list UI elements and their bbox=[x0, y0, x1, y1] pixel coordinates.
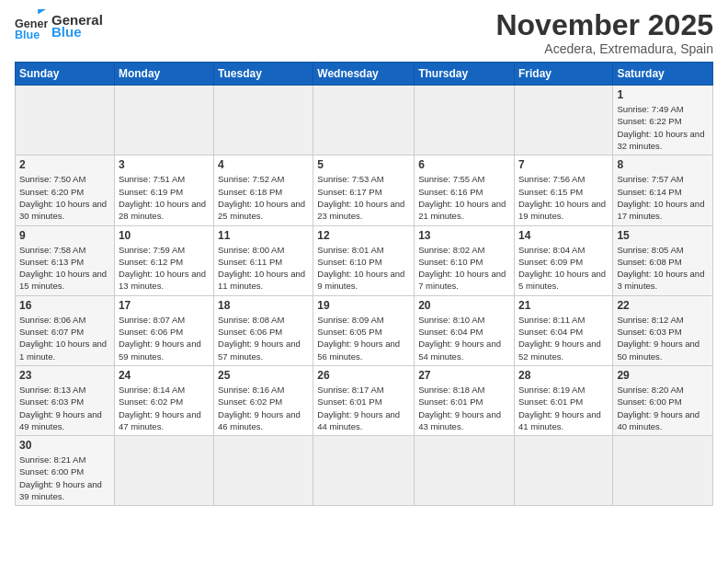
day-info: Sunrise: 8:16 AM Sunset: 6:02 PM Dayligh… bbox=[218, 384, 309, 432]
day-number: 15 bbox=[617, 229, 709, 242]
day-info: Sunrise: 7:53 AM Sunset: 6:17 PM Dayligh… bbox=[317, 173, 410, 222]
col-sunday: Sunday bbox=[16, 63, 115, 86]
day-info: Sunrise: 8:14 AM Sunset: 6:02 PM Dayligh… bbox=[119, 384, 210, 432]
table-row: 20Sunrise: 8:10 AM Sunset: 6:04 PM Dayli… bbox=[415, 295, 515, 365]
calendar-table: Sunday Monday Tuesday Wednesday Thursday… bbox=[15, 62, 713, 506]
calendar-week-row: 16Sunrise: 8:06 AM Sunset: 6:07 PM Dayli… bbox=[16, 295, 713, 365]
day-info: Sunrise: 8:07 AM Sunset: 6:06 PM Dayligh… bbox=[119, 314, 210, 362]
day-number: 1 bbox=[617, 88, 709, 101]
day-info: Sunrise: 8:00 AM Sunset: 6:11 PM Dayligh… bbox=[218, 244, 309, 293]
calendar-week-row: 23Sunrise: 8:13 AM Sunset: 6:03 PM Dayli… bbox=[16, 365, 713, 435]
day-number: 6 bbox=[418, 158, 510, 171]
table-row: 21Sunrise: 8:11 AM Sunset: 6:04 PM Dayli… bbox=[514, 295, 612, 365]
table-row: 4Sunrise: 7:52 AM Sunset: 6:18 PM Daylig… bbox=[214, 155, 313, 225]
logo-icon: General Blue bbox=[15, 9, 48, 42]
table-row: 17Sunrise: 8:07 AM Sunset: 6:06 PM Dayli… bbox=[114, 295, 213, 365]
table-row: 9Sunrise: 7:58 AM Sunset: 6:13 PM Daylig… bbox=[16, 225, 115, 295]
day-number: 4 bbox=[218, 158, 309, 171]
table-row: 25Sunrise: 8:16 AM Sunset: 6:02 PM Dayli… bbox=[214, 365, 313, 435]
day-info: Sunrise: 7:52 AM Sunset: 6:18 PM Dayligh… bbox=[218, 173, 309, 222]
logo: General Blue General Blue bbox=[15, 9, 103, 42]
table-row bbox=[214, 436, 313, 506]
day-number: 2 bbox=[19, 158, 110, 171]
table-row: 5Sunrise: 7:53 AM Sunset: 6:17 PM Daylig… bbox=[313, 155, 415, 225]
day-info: Sunrise: 8:20 AM Sunset: 6:00 PM Dayligh… bbox=[617, 384, 709, 432]
day-number: 10 bbox=[119, 229, 210, 242]
month-title: November 2025 bbox=[495, 9, 713, 41]
day-info: Sunrise: 8:12 AM Sunset: 6:03 PM Dayligh… bbox=[617, 314, 709, 362]
table-row bbox=[313, 436, 415, 506]
day-number: 9 bbox=[19, 229, 110, 242]
table-row: 10Sunrise: 7:59 AM Sunset: 6:12 PM Dayli… bbox=[114, 225, 213, 295]
table-row: 22Sunrise: 8:12 AM Sunset: 6:03 PM Dayli… bbox=[613, 295, 713, 365]
day-number: 29 bbox=[617, 369, 709, 382]
day-number: 16 bbox=[19, 299, 110, 312]
day-number: 3 bbox=[119, 158, 210, 171]
day-number: 30 bbox=[19, 439, 110, 452]
table-row bbox=[114, 436, 213, 506]
table-row: 2Sunrise: 7:50 AM Sunset: 6:20 PM Daylig… bbox=[16, 155, 115, 225]
table-row: 11Sunrise: 8:00 AM Sunset: 6:11 PM Dayli… bbox=[214, 225, 313, 295]
col-wednesday: Wednesday bbox=[313, 63, 415, 86]
calendar-week-row: 30Sunrise: 8:21 AM Sunset: 6:00 PM Dayli… bbox=[16, 436, 713, 506]
table-row: 26Sunrise: 8:17 AM Sunset: 6:01 PM Dayli… bbox=[313, 365, 415, 435]
day-number: 22 bbox=[617, 299, 709, 312]
day-number: 13 bbox=[418, 229, 510, 242]
day-info: Sunrise: 8:11 AM Sunset: 6:04 PM Dayligh… bbox=[518, 314, 609, 362]
day-info: Sunrise: 7:55 AM Sunset: 6:16 PM Dayligh… bbox=[418, 173, 510, 222]
col-tuesday: Tuesday bbox=[214, 63, 313, 86]
table-row bbox=[16, 86, 115, 155]
day-info: Sunrise: 8:01 AM Sunset: 6:10 PM Dayligh… bbox=[317, 244, 410, 293]
day-number: 18 bbox=[218, 299, 309, 312]
day-number: 26 bbox=[317, 369, 410, 382]
table-row: 13Sunrise: 8:02 AM Sunset: 6:10 PM Dayli… bbox=[415, 225, 515, 295]
table-row: 18Sunrise: 8:08 AM Sunset: 6:06 PM Dayli… bbox=[214, 295, 313, 365]
day-info: Sunrise: 7:50 AM Sunset: 6:20 PM Dayligh… bbox=[19, 173, 110, 222]
logo-blue: Blue bbox=[51, 24, 103, 40]
table-row: 16Sunrise: 8:06 AM Sunset: 6:07 PM Dayli… bbox=[16, 295, 115, 365]
calendar-week-row: 2Sunrise: 7:50 AM Sunset: 6:20 PM Daylig… bbox=[16, 155, 713, 225]
table-row: 24Sunrise: 8:14 AM Sunset: 6:02 PM Dayli… bbox=[114, 365, 213, 435]
col-thursday: Thursday bbox=[415, 63, 515, 86]
day-info: Sunrise: 7:56 AM Sunset: 6:15 PM Dayligh… bbox=[518, 173, 609, 222]
day-number: 17 bbox=[119, 299, 210, 312]
day-info: Sunrise: 7:51 AM Sunset: 6:19 PM Dayligh… bbox=[119, 173, 210, 222]
table-row: 1Sunrise: 7:49 AM Sunset: 6:22 PM Daylig… bbox=[613, 86, 713, 155]
table-row bbox=[313, 86, 415, 155]
calendar-header-row: Sunday Monday Tuesday Wednesday Thursday… bbox=[16, 63, 713, 86]
table-row bbox=[415, 436, 515, 506]
table-row: 3Sunrise: 7:51 AM Sunset: 6:19 PM Daylig… bbox=[114, 155, 213, 225]
day-info: Sunrise: 7:59 AM Sunset: 6:12 PM Dayligh… bbox=[119, 244, 210, 293]
day-info: Sunrise: 8:17 AM Sunset: 6:01 PM Dayligh… bbox=[317, 384, 410, 432]
day-info: Sunrise: 8:19 AM Sunset: 6:01 PM Dayligh… bbox=[518, 384, 609, 432]
day-number: 21 bbox=[518, 299, 609, 312]
day-number: 27 bbox=[418, 369, 510, 382]
day-number: 11 bbox=[218, 229, 309, 242]
header: General Blue General Blue November 2025 … bbox=[15, 9, 713, 56]
table-row: 7Sunrise: 7:56 AM Sunset: 6:15 PM Daylig… bbox=[514, 155, 612, 225]
table-row bbox=[214, 86, 313, 155]
day-info: Sunrise: 8:13 AM Sunset: 6:03 PM Dayligh… bbox=[19, 384, 110, 432]
page: General Blue General Blue November 2025 … bbox=[0, 0, 728, 515]
col-friday: Friday bbox=[514, 63, 612, 86]
day-number: 24 bbox=[119, 369, 210, 382]
day-info: Sunrise: 7:58 AM Sunset: 6:13 PM Dayligh… bbox=[19, 244, 110, 293]
table-row: 19Sunrise: 8:09 AM Sunset: 6:05 PM Dayli… bbox=[313, 295, 415, 365]
table-row: 15Sunrise: 8:05 AM Sunset: 6:08 PM Dayli… bbox=[613, 225, 713, 295]
table-row bbox=[514, 436, 612, 506]
day-info: Sunrise: 7:57 AM Sunset: 6:14 PM Dayligh… bbox=[617, 173, 709, 222]
table-row: 30Sunrise: 8:21 AM Sunset: 6:00 PM Dayli… bbox=[16, 436, 115, 506]
title-block: November 2025 Acedera, Extremadura, Spai… bbox=[495, 9, 713, 56]
day-number: 7 bbox=[518, 158, 609, 171]
day-number: 25 bbox=[218, 369, 309, 382]
day-info: Sunrise: 8:05 AM Sunset: 6:08 PM Dayligh… bbox=[617, 244, 709, 293]
day-number: 12 bbox=[317, 229, 410, 242]
table-row: 27Sunrise: 8:18 AM Sunset: 6:01 PM Dayli… bbox=[415, 365, 515, 435]
table-row: 12Sunrise: 8:01 AM Sunset: 6:10 PM Dayli… bbox=[313, 225, 415, 295]
table-row: 14Sunrise: 8:04 AM Sunset: 6:09 PM Dayli… bbox=[514, 225, 612, 295]
table-row: 23Sunrise: 8:13 AM Sunset: 6:03 PM Dayli… bbox=[16, 365, 115, 435]
day-info: Sunrise: 8:02 AM Sunset: 6:10 PM Dayligh… bbox=[418, 244, 510, 293]
table-row: 28Sunrise: 8:19 AM Sunset: 6:01 PM Dayli… bbox=[514, 365, 612, 435]
day-info: Sunrise: 8:06 AM Sunset: 6:07 PM Dayligh… bbox=[19, 314, 110, 362]
day-info: Sunrise: 8:18 AM Sunset: 6:01 PM Dayligh… bbox=[418, 384, 510, 432]
